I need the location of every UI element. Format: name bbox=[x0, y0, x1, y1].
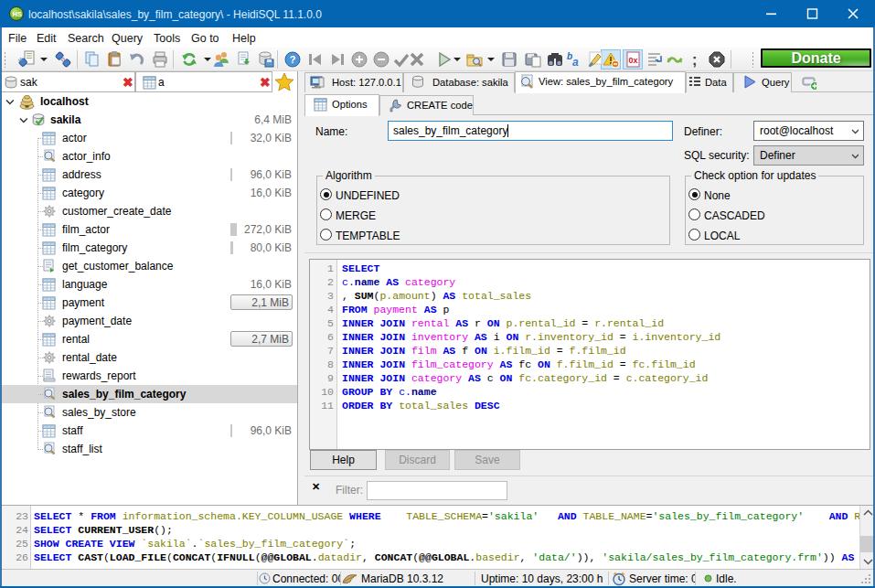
svg-text:0x: 0x bbox=[628, 56, 637, 65]
svg-text:?: ? bbox=[290, 54, 296, 65]
svg-text:;: ; bbox=[692, 52, 697, 68]
svg-text:a: a bbox=[572, 56, 579, 69]
